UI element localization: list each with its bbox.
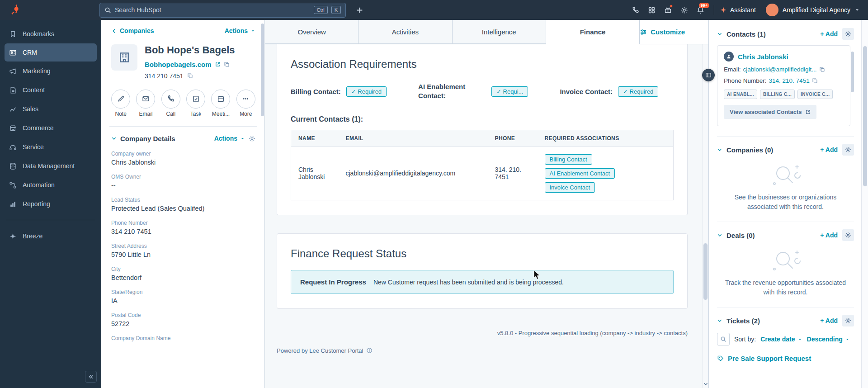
record-actions-dropdown[interactable]: Actions xyxy=(225,27,255,34)
deals-settings-button[interactable] xyxy=(842,229,854,241)
external-link-icon[interactable] xyxy=(215,62,221,67)
settings-button[interactable] xyxy=(676,2,692,18)
global-search[interactable]: Ctrl K xyxy=(99,3,346,18)
details-settings-gear-icon[interactable] xyxy=(249,135,255,142)
task-button[interactable] xyxy=(186,90,205,109)
meeting-button[interactable] xyxy=(211,90,230,109)
tickets-section: Tickets (2) + Add Sort by: Create date D… xyxy=(717,307,854,372)
page-scrollbar-thumb[interactable] xyxy=(863,46,867,186)
sidebar-item-commerce[interactable]: Commerce xyxy=(0,118,101,137)
ticket-tag-icon xyxy=(717,355,724,362)
copy-icon xyxy=(224,62,230,67)
email-label: Email: xyxy=(724,66,741,73)
customize-icon xyxy=(640,28,647,36)
sparkle-icon xyxy=(9,232,17,240)
sort-direction-dropdown[interactable]: Descending xyxy=(807,336,850,343)
tickets-search-button[interactable] xyxy=(717,333,730,345)
sort-field-dropdown[interactable]: Create date xyxy=(760,336,802,343)
add-ticket-button[interactable]: + Add xyxy=(820,317,838,324)
deals-empty-state: Track the revenue opportunities associat… xyxy=(717,241,854,297)
hubspot-logo-icon[interactable] xyxy=(10,4,22,16)
cell-required-associations: Billing Contact AI Enablement Contact In… xyxy=(538,147,674,200)
contacts-settings-button[interactable] xyxy=(842,28,854,40)
create-button[interactable] xyxy=(356,6,363,14)
sidebar-item-reporting[interactable]: Reporting xyxy=(0,194,101,213)
left-panel-scrollbar[interactable] xyxy=(260,20,264,388)
cell-contact-name: Chris Jablonski xyxy=(291,147,339,200)
more-button[interactable] xyxy=(236,90,255,109)
sidebar-item-data-management[interactable]: Data Management xyxy=(0,156,101,175)
ticket-list-item[interactable]: Pre Sale Support Request xyxy=(717,355,854,362)
collapse-right-panel-button[interactable] xyxy=(702,69,715,81)
add-company-button[interactable]: + Add xyxy=(820,146,838,153)
chevron-down-icon[interactable] xyxy=(111,136,117,141)
main-scrollbar[interactable] xyxy=(702,44,708,388)
sidebar-item-marketing[interactable]: Marketing xyxy=(0,62,101,80)
scroll-down-arrow-icon[interactable] xyxy=(703,381,708,387)
property-oms-owner: OMS Owner-- xyxy=(111,174,255,189)
chevron-down-icon[interactable] xyxy=(717,232,722,238)
sidebar-item-content[interactable]: Content xyxy=(0,80,101,99)
add-contact-button[interactable]: + Add xyxy=(820,30,838,38)
sidebar-item-bookmarks[interactable]: Bookmarks xyxy=(0,24,101,43)
call-button[interactable] xyxy=(161,90,180,109)
company-avatar xyxy=(111,44,137,71)
customize-tabs-button[interactable]: Customize xyxy=(640,20,685,44)
account-menu[interactable]: Amplified Digital Agency xyxy=(766,4,860,16)
tab-activities[interactable]: Activities xyxy=(359,20,452,44)
contacts-card-scrollbar-thumb[interactable] xyxy=(851,52,854,92)
calling-button[interactable] xyxy=(627,2,643,18)
main-scrollbar-thumb[interactable] xyxy=(703,243,708,300)
tab-finance[interactable]: Finance xyxy=(546,20,640,44)
notifications-button[interactable]: 99+ xyxy=(692,2,708,18)
contact-phone-link[interactable]: 314. 210. 7451 xyxy=(769,77,810,84)
tab-overview[interactable]: Overview xyxy=(265,20,359,44)
email-button[interactable] xyxy=(136,90,155,109)
property-street-address: Street Address5790 Little Ln xyxy=(111,243,255,258)
add-deal-button[interactable]: + Add xyxy=(820,232,838,239)
company-domain-link[interactable]: Bobhopebagels.com xyxy=(145,61,212,68)
status-banner: Request In Progress New Customer request… xyxy=(291,270,674,294)
assistant-button[interactable]: Assistant xyxy=(720,6,756,14)
page-scrollbar[interactable] xyxy=(861,20,868,388)
sidebar-item-service[interactable]: Service xyxy=(0,137,101,156)
navbar-divider xyxy=(714,5,714,15)
product-updates-button[interactable] xyxy=(660,2,676,18)
marketplace-button[interactable] xyxy=(643,2,660,18)
contact-name-link[interactable]: Chris Jablonski xyxy=(738,53,788,61)
copy-email-button[interactable] xyxy=(819,66,825,72)
collapse-sidebar-button[interactable] xyxy=(85,371,97,383)
companies-settings-button[interactable] xyxy=(842,144,854,156)
left-panel-scrollbar-thumb[interactable] xyxy=(261,24,264,116)
sidebar-item-sales[interactable]: Sales xyxy=(0,99,101,118)
gear-icon xyxy=(845,232,851,238)
sort-by-label: Sort by: xyxy=(734,336,756,343)
back-to-companies-link[interactable]: Companies xyxy=(111,27,154,34)
sidebar-item-crm[interactable]: CRM xyxy=(5,43,97,62)
note-button[interactable] xyxy=(111,90,130,109)
company-phone: 314 210 7451 xyxy=(145,72,184,80)
details-actions-dropdown[interactable]: Actions xyxy=(214,135,245,142)
chevron-down-icon[interactable] xyxy=(717,147,722,152)
copy-phone-button[interactable] xyxy=(812,78,818,84)
chevron-down-icon[interactable] xyxy=(717,31,722,37)
required-badge: ✓ Requi... xyxy=(491,86,528,97)
copy-domain-button[interactable] xyxy=(224,62,230,67)
tab-intelligence[interactable]: Intelligence xyxy=(453,20,546,44)
sidebar-item-automation[interactable]: Automation xyxy=(0,175,101,194)
association-badge: AI ENABL... xyxy=(724,90,757,99)
ticket-link[interactable]: Pre Sale Support Request xyxy=(728,355,811,362)
view-associated-contacts-button[interactable]: View associated Contacts xyxy=(724,105,816,119)
property-lead-status: Lead StatusProtected Lead (Sales Qualife… xyxy=(111,197,255,212)
copy-phone-button[interactable] xyxy=(187,73,193,79)
search-input[interactable] xyxy=(115,6,310,14)
table-row: Chris Jablonski cjablonski@amplifieddigi… xyxy=(291,147,674,200)
info-icon[interactable] xyxy=(366,347,373,354)
tickets-settings-button[interactable] xyxy=(842,315,854,326)
contact-email-link[interactable]: cjablonski@amplifieddigit... xyxy=(743,66,817,73)
sidebar-item-breeze[interactable]: Breeze xyxy=(0,227,101,246)
chevron-down-icon[interactable] xyxy=(717,318,722,323)
association-requirements-card: Association Requirements Billing Contact… xyxy=(277,44,688,215)
caret-down-icon xyxy=(240,136,245,141)
association-requirements-title: Association Requirements xyxy=(291,58,674,71)
